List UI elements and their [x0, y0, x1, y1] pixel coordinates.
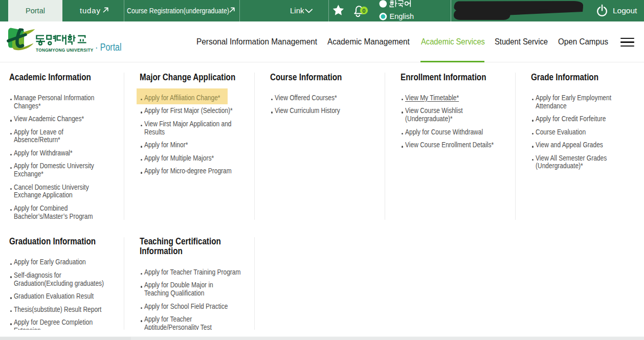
- svg-text:English: English: [390, 12, 414, 20]
- svg-text:0: 0: [362, 8, 365, 14]
